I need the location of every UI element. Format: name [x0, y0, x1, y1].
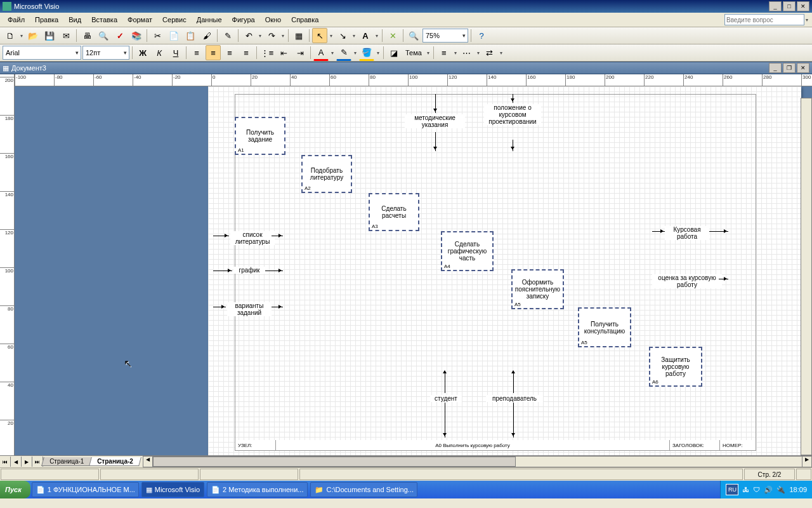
bold-button[interactable]: Ж — [135, 45, 150, 60]
shapes-window-button[interactable]: ▦ — [291, 28, 306, 43]
block-a5[interactable]: Оформить пояснительную запискуA5 — [511, 269, 564, 309]
menu-window[interactable]: Окно — [260, 15, 287, 25]
horizontal-ruler[interactable]: -100-80-60-40-20020406080100120140160180… — [15, 74, 812, 86]
arrow-coursework-out[interactable] — [709, 231, 728, 232]
menu-file[interactable]: Файл — [3, 15, 30, 25]
arrow-regulation-bottom[interactable] — [513, 140, 513, 151]
line-weight-button[interactable]: ≡ — [436, 45, 452, 60]
increase-indent-button[interactable]: ⇥ — [292, 45, 308, 60]
align-center-button[interactable]: ≡ — [206, 45, 221, 60]
help-button[interactable]: ? — [474, 28, 489, 43]
pointer-dropdown[interactable]: ▾ — [329, 33, 334, 39]
line-color-button[interactable]: ✎ — [336, 44, 351, 61]
mail-button[interactable]: ✉ — [58, 28, 74, 43]
taskbar-item-3[interactable]: 📄2 Методика выполнени... — [207, 482, 308, 497]
tab-nav-next[interactable]: ▶ — [22, 457, 32, 467]
maximize-button[interactable]: □ — [783, 1, 796, 11]
scroll-thumb[interactable] — [153, 457, 516, 467]
line-pattern-dropdown[interactable]: ▾ — [476, 50, 481, 56]
save-button[interactable]: 💾 — [42, 28, 57, 43]
tab-page-2[interactable]: Страница-2 — [89, 457, 141, 466]
menu-format[interactable]: Формат — [122, 15, 157, 25]
horizontal-scrollbar[interactable]: ◀ ▶ — [143, 456, 812, 467]
format-painter-button[interactable]: 🖌 — [199, 28, 214, 43]
label-schedule[interactable]: график — [233, 267, 265, 274]
arrow-schedule-out[interactable] — [265, 271, 283, 271]
connector-dropdown[interactable]: ▾ — [351, 33, 357, 39]
taskbar-item-1[interactable]: 📄1 ФУНКЦИОНАЛЬНОЕ М... — [32, 482, 139, 497]
arrow-regulation-top[interactable] — [513, 94, 513, 103]
italic-button[interactable]: К — [152, 45, 167, 60]
line-ends-button[interactable]: ⇄ — [482, 45, 497, 60]
redo-dropdown[interactable]: ▾ — [280, 33, 285, 39]
zoom-in-button[interactable]: 🔍 — [406, 28, 421, 43]
menu-tools[interactable]: Сервис — [157, 15, 192, 25]
redo-button[interactable]: ↷ — [264, 28, 279, 43]
vertical-ruler[interactable]: 20018016014012010080604020 — [0, 74, 15, 455]
scroll-left-icon[interactable]: ◀ — [143, 457, 153, 467]
fill-color-dropdown[interactable]: ▾ — [376, 50, 381, 56]
arrow-method-top[interactable] — [435, 94, 436, 113]
question-dropdown-icon[interactable]: ▾ — [804, 17, 809, 23]
menu-edit[interactable]: Правка — [30, 15, 63, 25]
arrow-method-bottom[interactable] — [435, 132, 436, 151]
line-ends-dropdown[interactable]: ▾ — [499, 50, 504, 56]
shadow-button[interactable]: ◪ — [386, 45, 402, 60]
block-a2[interactable]: Подобрать литературуA2 — [301, 155, 352, 193]
label-task-variants[interactable]: варианты заданий — [227, 302, 272, 316]
drawing-page[interactable]: методические указания положение о курсов… — [208, 86, 801, 455]
start-button[interactable]: Пуск — [0, 481, 30, 498]
arrow-teacher-line[interactable] — [513, 403, 514, 438]
label-regulation[interactable]: положение о курсовом проектировании — [484, 104, 541, 125]
clock[interactable]: 18:09 — [789, 486, 807, 493]
tray-volume-icon[interactable]: 🔊 — [764, 486, 773, 494]
taskbar-item-visio[interactable]: ▦Microsoft Visio — [141, 482, 204, 497]
font-name-select[interactable]: Arial — [3, 46, 81, 60]
doc-minimize-button[interactable]: _ — [769, 63, 782, 73]
tab-page-1[interactable]: Страница-1 — [41, 457, 92, 466]
arrow-teacher-up[interactable] — [513, 371, 514, 393]
label-literature-list[interactable]: список литературы — [230, 231, 275, 245]
print-button[interactable]: 🖶 — [79, 28, 95, 43]
scroll-right-icon[interactable]: ▶ — [802, 457, 811, 467]
language-indicator[interactable]: RU — [726, 484, 738, 495]
research-button[interactable]: 📚 — [129, 28, 144, 43]
tab-nav-prev[interactable]: ◀ — [11, 457, 22, 467]
arrow-variants-out[interactable] — [272, 307, 283, 307]
text-tool-button[interactable]: A — [358, 28, 373, 43]
open-button[interactable]: 📂 — [25, 28, 41, 43]
line-pattern-button[interactable]: ⋯ — [459, 45, 475, 60]
block-a6[interactable]: Защитить курсовую работуA6 — [649, 347, 702, 387]
line-color-dropdown[interactable]: ▾ — [353, 50, 358, 56]
decrease-indent-button[interactable]: ⇤ — [276, 45, 291, 60]
arrow-student-line[interactable] — [445, 403, 445, 438]
pointer-tool-button[interactable]: ↖ — [312, 28, 327, 43]
arrow-schedule-in[interactable] — [213, 271, 232, 271]
minimize-button[interactable]: _ — [769, 1, 782, 11]
new-button[interactable]: 🗋 — [3, 28, 18, 43]
copy-button[interactable]: 📄 — [166, 28, 181, 43]
line-weight-dropdown[interactable]: ▾ — [453, 50, 458, 56]
doc-close-button[interactable]: ✕ — [797, 63, 809, 73]
menu-help[interactable]: Справка — [286, 15, 324, 25]
tray-shield-icon[interactable]: 🛡 — [753, 486, 760, 493]
taskbar-item-4[interactable]: 📁C:\Documents and Setting... — [310, 482, 417, 497]
spelling-button[interactable]: ✓ — [112, 28, 128, 43]
label-coursework[interactable]: Курсовая работа — [665, 226, 709, 240]
zoom-select[interactable]: 75% — [422, 29, 468, 43]
label-teacher[interactable]: преподаватель — [486, 395, 543, 402]
align-right-button[interactable]: ≡ — [222, 45, 237, 60]
menu-insert[interactable]: Вставка — [86, 15, 122, 25]
arrow-literature-out[interactable] — [272, 236, 283, 236]
undo-dropdown[interactable]: ▾ — [258, 33, 263, 39]
undo-button[interactable]: ↶ — [241, 28, 256, 43]
cut-button[interactable]: ✂ — [150, 28, 165, 43]
arrow-student-up[interactable] — [445, 371, 445, 393]
block-a4[interactable]: Сделать графическую частьA4 — [441, 231, 494, 271]
arrow-literature-in[interactable] — [213, 236, 229, 236]
bullets-button[interactable]: ⋮≡ — [259, 45, 275, 60]
fill-color-button[interactable]: 🪣 — [359, 44, 374, 61]
justify-button[interactable]: ≡ — [239, 45, 254, 60]
label-grade[interactable]: оценка за курсовую работу — [652, 274, 722, 288]
tray-network-icon[interactable]: 🖧 — [742, 486, 749, 493]
